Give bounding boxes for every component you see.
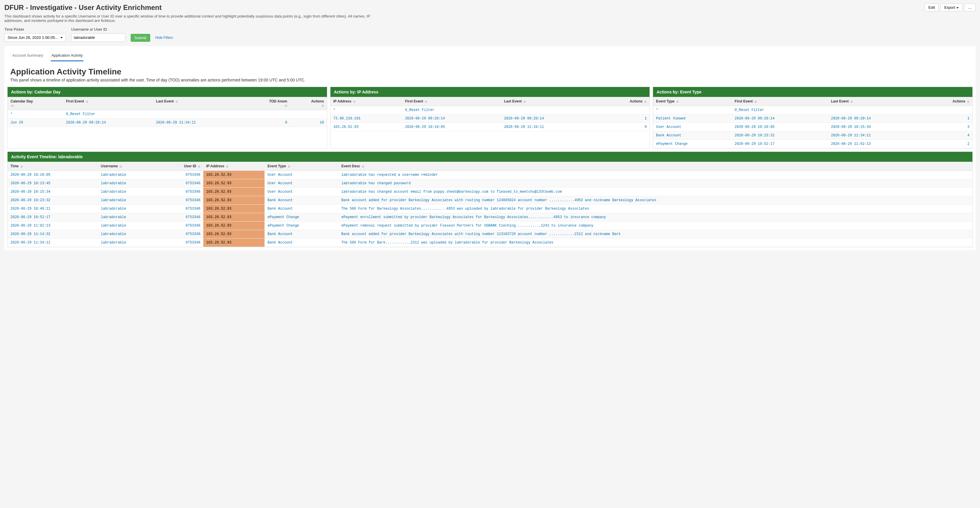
table-row[interactable]: 2020-06-29 11:02:13labradorable875334610… xyxy=(8,222,972,230)
table-row[interactable]: 2020-06-29 11:34:11labradorable875334610… xyxy=(8,238,972,247)
time-picker[interactable]: Since Jun 26, 2020 1:00:05... xyxy=(5,33,66,42)
table-row[interactable]: Bank Account 2020-06-29 10:23:32 2020-06… xyxy=(653,131,972,140)
cell-username: labradorable xyxy=(98,171,159,179)
sort-icon: ◇ xyxy=(322,104,324,107)
user-input-label: Username or User ID xyxy=(71,27,126,32)
cell-event-type: ePayment Change xyxy=(264,213,338,222)
user-input[interactable] xyxy=(71,33,126,42)
table-row[interactable]: 2020-06-29 10:52:17labradorable875334610… xyxy=(8,213,972,222)
col-label: TOD Anom xyxy=(269,99,287,103)
col-event-type[interactable]: Event Type ◇ xyxy=(264,162,338,171)
cell-tod: 0 xyxy=(243,118,290,127)
table-row[interactable]: User Account 2020-06-29 10:10:05 2020-06… xyxy=(653,123,972,131)
cell-time: 2020-06-29 10:15:34 xyxy=(8,188,98,196)
cell-user-id: 8753346 xyxy=(159,213,203,222)
table-row[interactable]: 2020-06-29 10:10:05labradorable875334610… xyxy=(8,171,972,179)
caret-down-icon xyxy=(60,37,63,38)
col-label: Event Desc xyxy=(341,164,360,168)
table-row[interactable]: * 0_Reset Filter xyxy=(8,110,327,118)
table-row[interactable]: ePayment Change 2020-06-29 10:52:17 2020… xyxy=(653,140,972,148)
cell-time: 2020-06-29 11:34:11 xyxy=(8,238,98,247)
export-button[interactable]: Export xyxy=(940,3,963,11)
col-ip-address[interactable]: IP Address ◇ xyxy=(203,162,264,171)
cell-ip: 103.28.52.93 xyxy=(203,213,264,222)
table-row[interactable]: Patient Viewed 2020-06-29 09:20:14 2020-… xyxy=(653,115,972,123)
table-row[interactable]: * 0_Reset Filter xyxy=(331,106,650,115)
table-row[interactable]: 103.28.52.93 2020-06-29 10:10:05 2020-06… xyxy=(331,123,650,131)
cell-ip: 103.28.52.93 xyxy=(203,230,264,238)
sort-icon: ◇ xyxy=(523,100,526,103)
cell-first: 2020-06-29 09:20:14 xyxy=(63,118,153,127)
col-label: Last Event xyxy=(831,99,849,103)
cell-last xyxy=(501,106,600,115)
col-first-event[interactable]: First Event ◇ xyxy=(402,97,501,106)
cell-event-type: ePayment Change xyxy=(264,222,338,230)
sort-icon: ◇ xyxy=(851,100,853,103)
cell-first: 0_Reset Filter xyxy=(63,110,153,118)
col-label: Actions xyxy=(953,99,966,103)
cell-time: 2020-06-29 10:46:11 xyxy=(8,204,98,213)
cell-actions: 4 xyxy=(924,131,972,140)
col-actions[interactable]: Actions ◇ xyxy=(600,97,650,106)
cell-event-desc: ePayment removal request submitted by pr… xyxy=(338,222,972,230)
cell-event-type: Bank Account xyxy=(264,196,338,204)
table-row[interactable]: 2020-06-29 10:13:45labradorable875334610… xyxy=(8,179,972,188)
hide-filters-link[interactable]: Hide Filters xyxy=(156,36,173,40)
col-actions[interactable]: Actions ◇ xyxy=(924,97,972,106)
cell-event-desc: ePayment enrollment submitted by provide… xyxy=(338,213,972,222)
filter-bar: Time Picker Since Jun 26, 2020 1:00:05..… xyxy=(5,27,975,42)
col-label: IP Address xyxy=(333,99,352,103)
cell-username: labradorable xyxy=(98,230,159,238)
cell-user-id: 8753346 xyxy=(159,171,203,179)
table-row[interactable]: * 0_Reset Filter xyxy=(653,106,972,115)
col-username[interactable]: Username ◇ xyxy=(98,162,159,171)
col-label: First Event xyxy=(735,99,753,103)
cell-last: 2020-06-29 11:34:11 xyxy=(153,118,243,127)
cell-actions: 1 xyxy=(924,115,972,123)
col-event-type[interactable]: Event Type ◇ xyxy=(653,97,732,106)
col-tod-anom[interactable]: TOD Anom◇ xyxy=(243,97,290,110)
col-last-event[interactable]: Last Event ◇ xyxy=(828,97,924,106)
col-first-event[interactable]: First Event ◇ xyxy=(732,97,828,106)
table-row[interactable]: Jun 29 2020-06-29 09:20:14 2020-06-29 11… xyxy=(8,118,327,127)
cell-event-desc: Bank account added for provider Barkeolo… xyxy=(338,196,972,204)
cell-last: 2020-06-29 11:34:11 xyxy=(828,131,924,140)
submit-button[interactable]: Submit xyxy=(130,34,150,42)
caret-down-icon xyxy=(956,7,959,8)
col-actions[interactable]: Actions◇ xyxy=(290,97,327,110)
col-user-id[interactable]: User ID ◇ xyxy=(159,162,203,171)
cell-username: labradorable xyxy=(98,204,159,213)
col-label: Last Event xyxy=(156,99,174,103)
col-last-event[interactable]: Last Event ◇ xyxy=(501,97,600,106)
cell-ip: 103.28.52.93 xyxy=(203,238,264,247)
edit-button[interactable]: Edit xyxy=(924,3,939,11)
tab-account-summary[interactable]: Account Summary xyxy=(12,51,44,61)
cell-actions xyxy=(600,106,650,115)
panel-header: Actions by: IP Address xyxy=(331,87,650,97)
table-row[interactable]: 2020-06-29 10:15:34labradorable875334610… xyxy=(8,188,972,196)
cell-event-type: User Account xyxy=(264,188,338,196)
sort-icon: ◇ xyxy=(176,100,178,103)
table-row[interactable]: 2020-06-29 11:14:32labradorable875334610… xyxy=(8,230,972,238)
col-label: Event Type xyxy=(267,164,286,168)
table-row[interactable]: 73.90.210.191 2020-06-29 09:20:14 2020-0… xyxy=(331,115,650,123)
tab-application-activity[interactable]: Application Activity xyxy=(51,51,83,61)
col-calendar-day[interactable]: Calendar Day◇ xyxy=(8,97,63,110)
table-row[interactable]: 2020-06-29 10:46:11labradorable875334610… xyxy=(8,204,972,213)
cell-user-id: 8753346 xyxy=(159,230,203,238)
col-event-desc[interactable]: Event Desc ◇ xyxy=(338,162,972,171)
more-button[interactable]: … xyxy=(964,3,975,11)
col-first-event[interactable]: First Event ◇ xyxy=(63,97,153,110)
cell-first: 2020-06-29 10:52:17 xyxy=(732,140,828,148)
cell-event-desc: The 588 Form for Barkeology Associates..… xyxy=(338,204,972,213)
cell-tod xyxy=(243,110,290,118)
col-label: Time xyxy=(11,164,19,168)
cell-event-desc: labradorable has changed account email f… xyxy=(338,188,972,196)
table-row[interactable]: 2020-06-29 10:23:32labradorable875334610… xyxy=(8,196,972,204)
col-last-event[interactable]: Last Event ◇ xyxy=(153,97,243,110)
col-label: User ID xyxy=(184,164,196,168)
sort-icon: ◇ xyxy=(967,100,969,103)
col-ip[interactable]: IP Address ◇ xyxy=(331,97,402,106)
header-actions: Edit Export … xyxy=(924,3,975,11)
col-time[interactable]: Time ◇ xyxy=(8,162,98,171)
